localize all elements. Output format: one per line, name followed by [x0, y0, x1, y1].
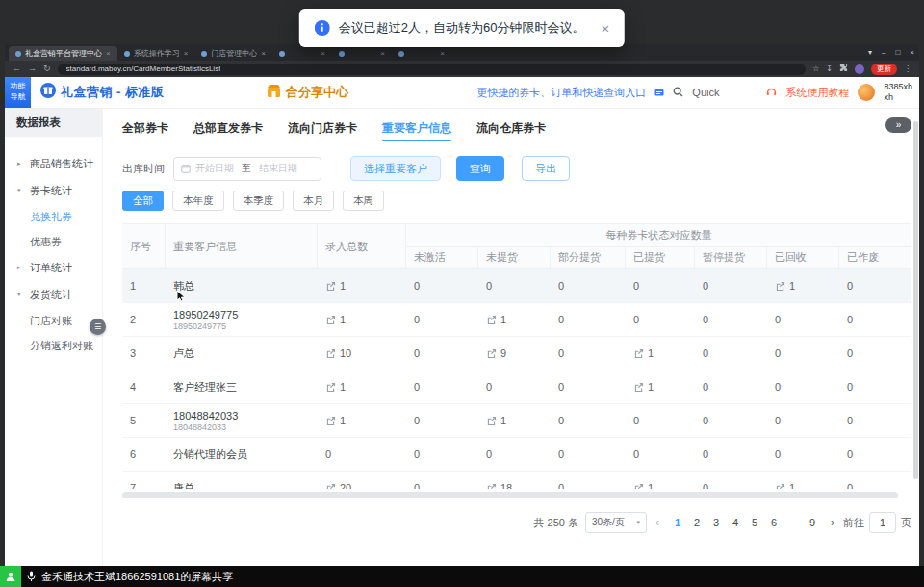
sidebar-subitem[interactable]: 优惠券	[5, 229, 102, 254]
content-tab[interactable]: 重要客户信息	[382, 120, 451, 143]
table-row[interactable]: 5180488420331804884203310100000	[122, 404, 911, 438]
tab-close-icon[interactable]: ×	[184, 49, 189, 58]
tutorial-link[interactable]: 系统使用教程	[785, 86, 849, 100]
minimize-icon[interactable]: –	[882, 48, 886, 57]
table-row[interactable]: 3卢总100901000	[122, 337, 911, 370]
export-button[interactable]: 导出	[522, 156, 570, 181]
content-tab[interactable]: 总部直发券卡	[193, 120, 263, 143]
page-number[interactable]: 5	[745, 512, 764, 533]
browser-tab[interactable]: ×	[332, 46, 392, 61]
query-button[interactable]: 查询	[456, 156, 504, 181]
content-tab[interactable]: 流向仓库券卡	[476, 120, 546, 143]
count-link-icon[interactable]	[325, 416, 336, 426]
quick-filter-chip[interactable]: 本季度	[233, 191, 285, 211]
prev-page-icon[interactable]: ‹	[654, 516, 661, 529]
search-icon[interactable]	[673, 84, 683, 101]
sidebar-subitem[interactable]: 分销返利对账	[5, 333, 102, 358]
microphone-icon[interactable]	[27, 571, 36, 582]
table-row[interactable]: 1韩总10000010	[122, 269, 911, 303]
page-number[interactable]: 2	[687, 512, 706, 533]
browser-profile-avatar[interactable]	[855, 64, 864, 74]
count-link-icon[interactable]	[633, 382, 644, 393]
sidebar-item[interactable]: ▸订单统计	[5, 254, 102, 281]
count-link-icon[interactable]	[633, 348, 644, 359]
table-row[interactable]: 4客户经理张三10001000	[122, 370, 911, 404]
count-link-icon[interactable]	[775, 483, 785, 490]
count-link-icon[interactable]	[633, 483, 644, 490]
sidebar-subitem[interactable]: 兑换礼券	[5, 204, 102, 229]
browser-tab[interactable]: 门店管理中心×	[194, 46, 272, 61]
sidebar-item[interactable]: ▾发货统计	[5, 281, 102, 308]
vertical-scrollbar[interactable]	[913, 121, 918, 479]
tab-close-icon[interactable]: ×	[106, 49, 111, 58]
function-nav-button[interactable]: 功能 导航	[5, 77, 31, 108]
extensions-puzzle-icon[interactable]	[839, 64, 848, 74]
browser-tab[interactable]: 系统操作学习×	[117, 46, 195, 61]
quick-filter-chip[interactable]: 本月	[293, 191, 334, 211]
page-size-select[interactable]: 30条/页 ▾	[585, 512, 647, 533]
count-link-icon[interactable]	[486, 483, 497, 490]
content-tab[interactable]: 全部券卡	[122, 120, 168, 143]
content-tab[interactable]: 流向门店券卡	[288, 120, 357, 143]
date-range-picker[interactable]: 开始日期 至 结束日期	[173, 157, 321, 181]
tab-close-icon[interactable]: ×	[380, 49, 385, 58]
browser-update-chip[interactable]: 更新	[871, 64, 897, 75]
count-link-icon[interactable]	[325, 382, 336, 393]
quick-filter-chip[interactable]: 本年度	[172, 191, 224, 211]
tab-close-icon[interactable]: ×	[261, 49, 266, 58]
browser-menu-icon[interactable]: ⋮	[904, 65, 911, 73]
sidebar-item[interactable]: ▸商品销售统计	[5, 150, 102, 177]
browser-tab[interactable]: 礼盒营销平台管理中心×	[9, 46, 117, 61]
bookmark-star-icon[interactable]: ☆	[812, 65, 819, 73]
count-value: 0	[847, 314, 853, 325]
page-number[interactable]: 4	[726, 512, 745, 533]
tab-list-chevron-icon[interactable]: ▾	[868, 48, 872, 57]
participant-icon[interactable]	[0, 566, 21, 587]
tab-close-icon[interactable]: ×	[440, 49, 445, 58]
count-link-icon[interactable]	[486, 315, 497, 325]
count-link-icon[interactable]	[325, 315, 336, 325]
next-page-icon[interactable]: ›	[829, 516, 836, 529]
quick-filter-chip[interactable]: 本周	[343, 191, 384, 211]
sidebar-item[interactable]: ▾券卡统计	[5, 177, 102, 204]
end-date-input[interactable]: 结束日期	[259, 162, 297, 175]
table-row[interactable]: 7唐总2001801010	[122, 472, 911, 489]
pager-ellipsis[interactable]: ···	[783, 512, 803, 533]
count-link-icon[interactable]	[486, 348, 497, 359]
url-field[interactable]: standard.maboy.cn/CardMemberStatisticsLi…	[58, 64, 807, 75]
download-icon[interactable]: ↧	[826, 65, 833, 73]
sidebar-collapse-handle[interactable]: ☰	[90, 319, 106, 335]
start-date-input[interactable]: 开始日期	[195, 162, 234, 175]
column-group: 每种券卡状态对应数量 未激活未提货部分提货已提货暂停提货已回收已作废	[406, 224, 911, 268]
back-icon[interactable]: ←	[13, 64, 21, 73]
count-link-icon[interactable]	[325, 483, 336, 490]
tab-close-icon[interactable]: ×	[321, 49, 325, 58]
panel-expand-button[interactable]: »	[886, 117, 911, 133]
share-center-entry[interactable]: 合分享中心	[267, 84, 348, 102]
browser-tab[interactable]: ×	[272, 46, 332, 61]
quick-search-label[interactable]: Quick	[692, 87, 719, 98]
sidebar-subitem[interactable]: 门店对账	[5, 308, 102, 333]
page-number[interactable]: 9	[803, 512, 822, 533]
select-customer-button[interactable]: 选择重要客户	[350, 156, 441, 181]
count-link-icon[interactable]	[325, 348, 336, 359]
user-avatar[interactable]	[858, 84, 875, 101]
maximize-icon[interactable]: □	[895, 48, 900, 57]
page-number[interactable]: 1	[668, 512, 687, 533]
quick-filter-chip[interactable]: 全部	[122, 191, 164, 211]
browser-tab[interactable]: ×	[392, 46, 451, 61]
page-number[interactable]: 3	[706, 512, 726, 533]
goto-page-input[interactable]: 1	[869, 512, 896, 533]
count-link-icon[interactable]	[775, 281, 785, 292]
quick-entry-link[interactable]: 更快捷的券卡、订单和快递查询入口	[476, 86, 646, 100]
count-link-icon[interactable]	[486, 416, 497, 426]
horizontal-scrollbar[interactable]	[122, 492, 898, 498]
count-link-icon[interactable]	[325, 281, 336, 292]
table-row[interactable]: 2189502497751895024977510100000	[122, 303, 911, 337]
toast-close-icon[interactable]: ×	[601, 20, 609, 37]
table-row[interactable]: 6分销代理的会员00000000	[122, 438, 911, 472]
forward-icon[interactable]: →	[28, 64, 37, 73]
page-number[interactable]: 6	[764, 512, 783, 533]
window-close-icon[interactable]: ×	[910, 48, 914, 57]
reload-icon[interactable]: ↻	[43, 64, 51, 73]
